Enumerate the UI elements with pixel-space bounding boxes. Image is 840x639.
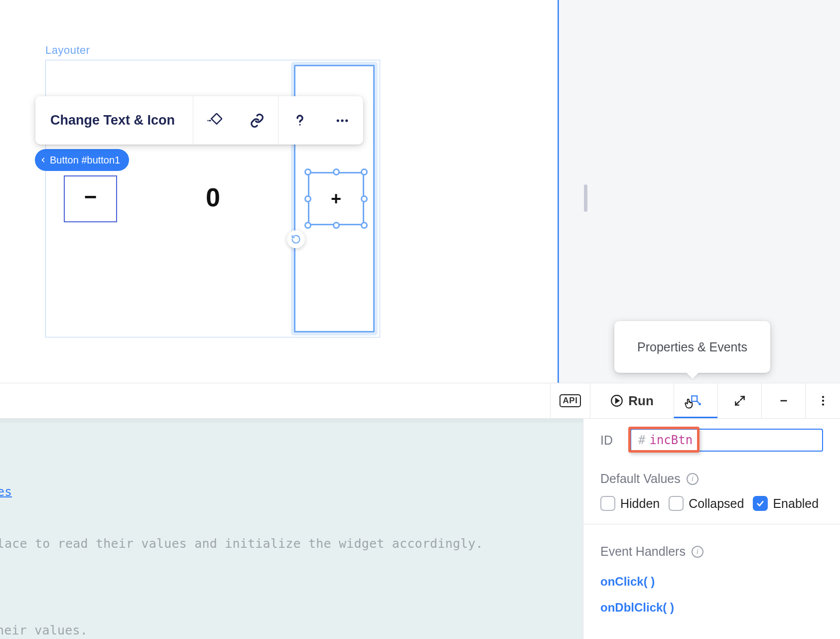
ondblclick-link[interactable]: onDblClick( ) (600, 595, 823, 621)
increment-button-selected[interactable]: + (308, 172, 364, 225)
animation-icon[interactable] (193, 96, 236, 145)
more-icon[interactable] (321, 96, 363, 145)
svg-point-6 (345, 119, 348, 122)
svg-marker-8 (616, 399, 619, 403)
default-values-row: Hidden Collapsed Enabled (583, 496, 840, 524)
info-icon[interactable]: i (687, 473, 699, 485)
canvas-area[interactable]: Layouter Change Text & Icon (0, 0, 558, 383)
help-icon[interactable] (279, 96, 321, 145)
breadcrumb-chip[interactable]: Button #button1 (35, 149, 129, 171)
resize-handle[interactable] (304, 168, 311, 175)
onclick-link[interactable]: onClick( ) (600, 569, 823, 595)
id-prefix: # (638, 433, 645, 447)
default-values-title: Default Values i (600, 472, 840, 486)
svg-point-4 (336, 119, 339, 122)
cursor-icon (683, 397, 698, 412)
code-function-name[interactable]: es (0, 484, 12, 499)
id-label: ID (600, 433, 630, 448)
properties-panel: ID # incBtn Default Values i Hidden Co (583, 419, 840, 639)
floating-toolbar: Change Text & Icon (35, 96, 363, 145)
bottom-toolbar: API Run (0, 383, 840, 419)
resize-handle[interactable] (361, 195, 368, 202)
svg-point-15 (822, 403, 824, 405)
expand-button[interactable] (717, 383, 761, 418)
api-button[interactable]: API (550, 383, 590, 418)
code-comment: changes to their values. (0, 623, 88, 638)
code-panel[interactable]: es d place to read their values and init… (0, 419, 583, 639)
link-icon[interactable] (236, 96, 278, 145)
resize-handle[interactable] (333, 222, 340, 229)
id-value: incBtn (649, 433, 693, 447)
resize-handle[interactable] (361, 222, 368, 229)
chevron-left-icon (40, 157, 47, 163)
svg-point-5 (341, 119, 343, 122)
resize-handle[interactable] (304, 222, 311, 229)
info-icon[interactable]: i (692, 546, 703, 558)
tooltip-properties-events: Properties & Events (614, 321, 770, 373)
svg-point-13 (822, 396, 824, 398)
svg-point-14 (822, 400, 824, 402)
collapsed-checkbox[interactable]: Collapsed (669, 496, 744, 511)
resize-handle[interactable] (333, 168, 340, 175)
resize-handle[interactable] (304, 195, 311, 202)
run-button[interactable]: Run (590, 383, 674, 418)
change-text-and-icon-button[interactable]: Change Text & Icon (35, 113, 193, 128)
id-input[interactable]: # incBtn (630, 429, 823, 452)
hidden-checkbox[interactable]: Hidden (600, 496, 660, 511)
svg-point-3 (299, 124, 300, 125)
resize-handle[interactable] (361, 168, 368, 175)
properties-events-button[interactable] (674, 383, 717, 418)
layouter-label: Layouter (45, 44, 90, 57)
insertion-indicator (584, 184, 587, 212)
code-comment: d place to read their values and initial… (0, 536, 483, 551)
root: Layouter Change Text & Icon (0, 0, 840, 639)
minimize-button[interactable] (761, 383, 805, 418)
kebab-menu-button[interactable] (805, 383, 840, 418)
svg-rect-0 (211, 113, 222, 124)
event-handlers-title: Event Handlers i (600, 544, 840, 559)
vertical-divider[interactable] (558, 0, 559, 383)
bottom-area: API Run (0, 383, 840, 639)
enabled-checkbox[interactable]: Enabled (753, 496, 819, 511)
rotate-handle[interactable] (287, 230, 305, 248)
